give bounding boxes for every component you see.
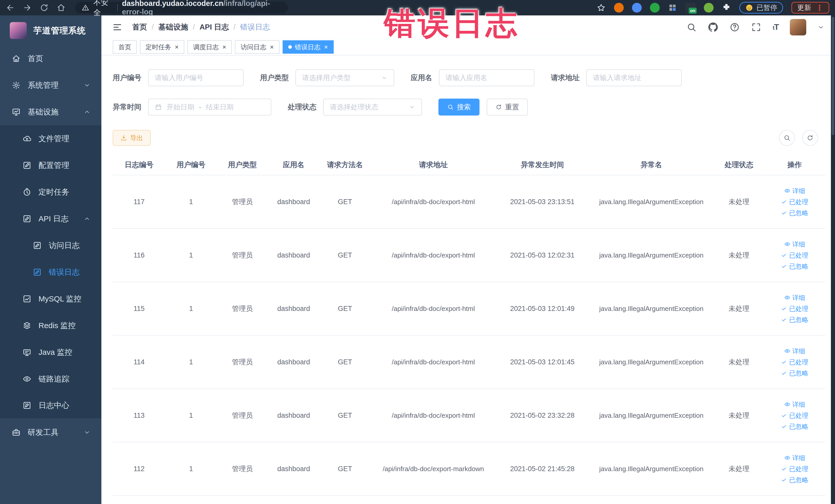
sidebar-item-logcenter[interactable]: 日志中心 [0, 392, 101, 419]
close-icon[interactable]: × [222, 44, 226, 50]
sidebar-item-config[interactable]: 配置管理 [0, 152, 101, 179]
breadcrumb-item[interactable]: 首页 [132, 22, 147, 32]
sidebar-item-devtools[interactable]: 研发工具 [0, 419, 101, 446]
sidebar-item-file[interactable]: 文件管理 [0, 125, 101, 152]
sidebar-item-timer[interactable]: 定时任务 [0, 179, 101, 205]
reset-button[interactable]: 重置 [487, 99, 528, 116]
action-mark-ignored[interactable]: 已忽略 [781, 262, 808, 270]
user-avatar[interactable] [790, 19, 806, 36]
exception-time-range-picker[interactable]: 开始日期 - 结束日期 [148, 99, 271, 116]
app-name-label: 应用名 [411, 73, 432, 83]
action-mark-processed[interactable]: 已处理 [781, 411, 808, 420]
cell-method: GET [319, 175, 371, 228]
table-row: 1151管理员dashboardGET/api/infra/db-doc/exp… [113, 282, 825, 335]
sidebar-collapse-icon[interactable] [112, 22, 122, 32]
action-detail[interactable]: 详细 [784, 187, 805, 195]
extension-leaf-icon[interactable] [704, 3, 714, 13]
action-detail[interactable]: 详细 [784, 240, 805, 248]
close-icon[interactable]: × [175, 44, 179, 50]
cell-user-id: 1 [165, 175, 217, 228]
paused-badge[interactable]: 已暂停 [739, 2, 783, 14]
action-mark-processed[interactable]: 已处理 [781, 358, 808, 366]
eye-icon [784, 455, 790, 461]
action-detail[interactable]: 详细 [784, 454, 805, 462]
cell-exception-time: 2021-05-02 21:45:28 [496, 442, 589, 496]
search-icon[interactable] [686, 22, 697, 32]
action-mark-ignored[interactable]: 已忽略 [781, 422, 808, 431]
cell-exception-time: 2021-05-03 12:01:49 [496, 282, 589, 335]
forward-icon[interactable] [23, 3, 32, 12]
github-icon[interactable] [708, 22, 718, 32]
update-label: 更新 [797, 3, 811, 12]
url-bar[interactable]: 不安全 dashboard.yudao.iocoder.cn/infra/log… [75, 2, 288, 14]
tab-调度日志[interactable]: 调度日志× [187, 40, 232, 54]
sidebar-item-mysql[interactable]: MySQL 监控 [0, 285, 101, 312]
cell-user-id: 1 [165, 335, 217, 389]
cell-app-name: dashboard [268, 335, 319, 389]
main-panel: 首页/基础设施/API 日志/错误日志 tT 首页定时任务×调度日志×访问日志×… [101, 15, 835, 504]
request-url-input[interactable]: 请输入请求地址 [586, 69, 682, 86]
action-detail[interactable]: 详细 [784, 400, 805, 409]
tab-定时任务[interactable]: 定时任务× [140, 40, 184, 54]
emoji-face-icon [745, 4, 753, 12]
toggle-search-button[interactable] [779, 130, 795, 146]
action-mark-processed[interactable]: 已处理 [781, 304, 808, 313]
help-icon[interactable] [730, 22, 740, 32]
action-mark-ignored[interactable]: 已忽略 [781, 476, 808, 484]
fullscreen-icon[interactable] [751, 22, 761, 32]
tab-错误日志[interactable]: 错误日志× [283, 40, 334, 54]
tab-访问日志[interactable]: 访问日志× [235, 40, 279, 54]
scrollbar-thumb[interactable] [832, 17, 834, 135]
action-mark-ignored[interactable]: 已忽略 [781, 369, 808, 378]
refresh-table-button[interactable] [802, 130, 818, 146]
user-type-select[interactable]: 请选择用户类型 [296, 69, 394, 86]
action-detail[interactable]: 详细 [784, 294, 805, 302]
reload-icon[interactable] [40, 3, 49, 12]
close-icon[interactable]: × [270, 44, 273, 50]
extension-green-icon[interactable] [650, 3, 660, 13]
process-status-select[interactable]: 请选择处理状态 [323, 99, 422, 116]
action-mark-processed[interactable]: 已处理 [781, 465, 808, 473]
sidebar-item-trace[interactable]: 链路追踪 [0, 366, 101, 392]
app-name-input[interactable]: 请输入应用名 [439, 69, 534, 86]
sidebar-item-java[interactable]: Java 监控 [0, 339, 101, 366]
update-button[interactable]: 更新 ⋮ [791, 2, 829, 14]
back-icon[interactable] [6, 3, 15, 12]
sidebar-item-infra[interactable]: 基础设施 [0, 99, 101, 125]
font-size-icon[interactable]: tT [773, 22, 778, 32]
sidebar-item-redis[interactable]: Redis 监控 [0, 312, 101, 339]
cell-method: GET [319, 282, 371, 335]
sidebar-item-gear[interactable]: 系统管理 [0, 72, 101, 99]
breadcrumb-item[interactable]: 基础设施 [158, 22, 188, 32]
cell-status: 未处理 [714, 442, 764, 496]
extensions-puzzle-icon[interactable] [722, 3, 731, 12]
action-mark-ignored[interactable]: 已忽略 [781, 209, 808, 217]
tab-label: 访问日志 [241, 43, 266, 52]
action-mark-processed[interactable]: 已处理 [781, 198, 808, 206]
cell-exception-time: 2021-05-03 12:01:45 [496, 335, 589, 389]
browser-menu-icon[interactable]: ⋮ [816, 3, 823, 12]
action-detail[interactable]: 详细 [784, 347, 805, 355]
user-id-input[interactable]: 请输入用户编号 [148, 69, 244, 86]
home-icon[interactable] [57, 3, 66, 12]
action-mark-ignored[interactable]: 已忽略 [781, 316, 808, 324]
sidebar-item-log[interactable]: 错误日志 [0, 259, 101, 285]
tab-首页[interactable]: 首页 [113, 40, 137, 54]
extension-orange-icon[interactable] [614, 3, 624, 13]
breadcrumb-item[interactable]: API 日志 [200, 22, 229, 32]
extension-grid-icon[interactable] [668, 3, 677, 12]
sidebar-item-home[interactable]: 首页 [0, 45, 101, 72]
window-scrollbar[interactable] [831, 15, 835, 504]
cell-method: GET [319, 335, 371, 389]
export-button[interactable]: 导出 [113, 130, 151, 146]
search-button[interactable]: 搜索 [439, 99, 480, 116]
sidebar-item-log[interactable]: 访问日志 [0, 232, 101, 259]
chevron-down-icon[interactable] [817, 24, 824, 31]
cell-actions: 详细已处理已忽略 [764, 389, 825, 442]
action-mark-processed[interactable]: 已处理 [781, 251, 808, 260]
extension-on-switch-icon[interactable]: on [685, 3, 696, 13]
bookmark-star-icon[interactable] [596, 3, 606, 12]
extension-blue-icon[interactable] [632, 3, 642, 13]
sidebar-item-log[interactable]: API 日志 [0, 205, 101, 232]
close-icon[interactable]: × [324, 44, 328, 50]
